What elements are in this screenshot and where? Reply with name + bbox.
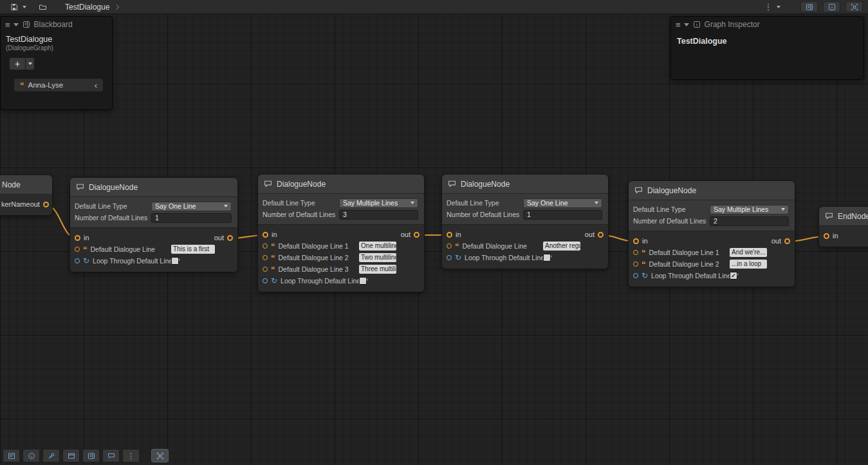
port-row: “ Default Dialogue Line 3 Three multili	[258, 263, 424, 275]
blackboard-button[interactable]	[82, 449, 100, 462]
line-type-dropdown[interactable]: Say Multiple Lines	[339, 198, 418, 208]
inspector-button[interactable]	[23, 449, 40, 462]
node-title-bar[interactable]: DialogueNode	[70, 178, 237, 197]
toggle-blackboard-button[interactable]	[800, 1, 818, 12]
port-row: ↻ Loop Through Default Lines?	[442, 252, 608, 263]
collapse-chevron-icon[interactable]	[684, 23, 689, 26]
blackboard-header[interactable]: ≡ Blackboard	[1, 17, 112, 32]
more-options-button[interactable]: ⋮	[122, 449, 140, 462]
loop-icon: ↻	[271, 277, 277, 285]
in-port[interactable]	[633, 238, 639, 244]
in-port[interactable]	[447, 232, 452, 238]
save-dropdown-button[interactable]	[19, 1, 30, 13]
node-title-bar[interactable]: DialogueNode	[258, 175, 424, 194]
toggle-inspector-button[interactable]	[823, 1, 840, 12]
in-port[interactable]	[75, 235, 80, 241]
node-title-bar[interactable]: DialogueNode	[442, 175, 608, 194]
menu-icon[interactable]: ≡	[676, 21, 680, 29]
bool-port[interactable]	[447, 255, 452, 260]
port-row: kerName out	[0, 198, 52, 210]
node-title-bar[interactable]: DialogueNode	[629, 181, 795, 200]
prop-row: Number of Default Lines 3	[263, 209, 418, 220]
bool-port[interactable]	[75, 258, 80, 263]
dialogue-line-field[interactable]: Two multiline	[359, 253, 396, 262]
chevron-down-icon	[781, 208, 785, 211]
loop-label: Loop Through Default Lines?	[93, 257, 180, 265]
add-property-button[interactable]: +	[9, 57, 26, 70]
blackboard-panel[interactable]: ≡ Blackboard TestDialogue (DialogueGraph…	[0, 16, 113, 110]
dialogue-node[interactable]: DialogueNode Default Line Type Say Multi…	[257, 174, 425, 292]
loop-checkbox[interactable]	[359, 277, 367, 285]
dialogue-node[interactable]: DialogueNode Default Line Type Say One L…	[69, 177, 238, 272]
window-button[interactable]	[62, 449, 80, 462]
console-button[interactable]	[3, 449, 20, 462]
node-title-bar[interactable]: Node	[0, 175, 52, 195]
out-port[interactable]	[414, 232, 420, 238]
in-port[interactable]	[824, 233, 829, 239]
end-node[interactable]: EndNode in	[818, 206, 868, 247]
dropdown-value: Say Multiple Lines	[343, 199, 408, 207]
string-port[interactable]	[263, 267, 268, 272]
graph-inspector-header[interactable]: ≡ Graph Inspector	[671, 17, 863, 32]
dialogue-node-icon	[76, 183, 84, 191]
collapse-icon[interactable]: ‹	[95, 81, 97, 90]
menu-icon[interactable]: ≡	[5, 21, 10, 29]
dialogue-line-field[interactable]: ...in a loop	[730, 260, 767, 269]
string-port[interactable]	[75, 247, 80, 252]
window-icon	[68, 452, 75, 460]
blackboard-field-name[interactable]: Anna-Lyse	[28, 81, 91, 89]
prop-row: Default Line Type Say Multiple Lines	[633, 204, 789, 214]
string-port[interactable]	[263, 255, 268, 260]
node-title-bar[interactable]: EndNode	[819, 207, 868, 226]
dialogue-line-field[interactable]: This is a first	[171, 245, 215, 254]
dialogue-line-field[interactable]: Three multili	[359, 265, 396, 274]
more-button[interactable]: ⋮	[763, 1, 773, 13]
out-port[interactable]	[227, 235, 233, 241]
loop-checkbox[interactable]	[171, 257, 179, 265]
string-port[interactable]	[633, 250, 638, 255]
dialogue-button[interactable]	[102, 449, 120, 462]
tools-button[interactable]	[42, 449, 60, 462]
port-row: in	[819, 230, 868, 242]
breadcrumb-tab[interactable]: TestDialogue	[62, 3, 113, 12]
toggle-minimap-button[interactable]	[845, 1, 863, 12]
line-type-dropdown[interactable]: Say One Line	[523, 198, 602, 208]
out-port[interactable]	[43, 202, 49, 207]
num-lines-field[interactable]: 2	[710, 216, 789, 226]
line-label: Default Dialogue Line 1	[649, 249, 719, 256]
bottom-toolbar: ⋮	[3, 449, 169, 462]
string-port[interactable]	[633, 261, 638, 267]
loop-checkbox[interactable]	[543, 254, 551, 261]
collapse-chevron-icon[interactable]	[14, 23, 19, 26]
dialogue-node[interactable]: DialogueNode Default Line Type Say Multi…	[628, 180, 795, 287]
open-asset-button[interactable]	[37, 1, 48, 13]
in-port[interactable]	[263, 232, 268, 238]
num-lines-field[interactable]: 3	[339, 210, 418, 220]
string-port[interactable]	[263, 243, 268, 249]
line-type-dropdown[interactable]: Say Multiple Lines	[710, 205, 789, 214]
line-type-dropdown[interactable]: Say One Line	[151, 202, 232, 211]
num-lines-field[interactable]: 1	[151, 213, 232, 223]
speaker-node-partial[interactable]: Node kerName out	[0, 175, 53, 216]
bool-port[interactable]	[263, 278, 268, 283]
more-dropdown-button[interactable]	[773, 1, 784, 13]
out-port[interactable]	[784, 238, 790, 244]
out-port[interactable]	[598, 232, 604, 238]
graph-inspector-panel[interactable]: ≡ Graph Inspector TestDialogue	[670, 16, 864, 80]
dialogue-node[interactable]: DialogueNode Default Line Type Say One L…	[441, 174, 609, 269]
num-lines-field[interactable]: 1	[523, 210, 602, 220]
blackboard-field[interactable]: “ Anna-Lyse ‹	[14, 78, 104, 92]
string-port[interactable]	[447, 243, 452, 249]
quote-icon: “	[271, 254, 275, 262]
focus-button[interactable]	[151, 449, 169, 462]
quote-icon: “	[20, 81, 24, 90]
add-property-dropdown-button[interactable]	[26, 57, 35, 70]
dropdown-value: Say Multiple Lines	[714, 205, 779, 213]
out-port-label: out	[771, 237, 781, 245]
save-button[interactable]	[9, 1, 19, 13]
dialogue-line-field[interactable]: And we're...	[730, 248, 767, 257]
loop-checkbox-checked[interactable]: ✓	[730, 272, 737, 280]
bool-port[interactable]	[633, 273, 638, 278]
dialogue-line-field[interactable]: One multiline	[359, 242, 396, 251]
dialogue-line-field[interactable]: Another regu	[543, 242, 580, 251]
